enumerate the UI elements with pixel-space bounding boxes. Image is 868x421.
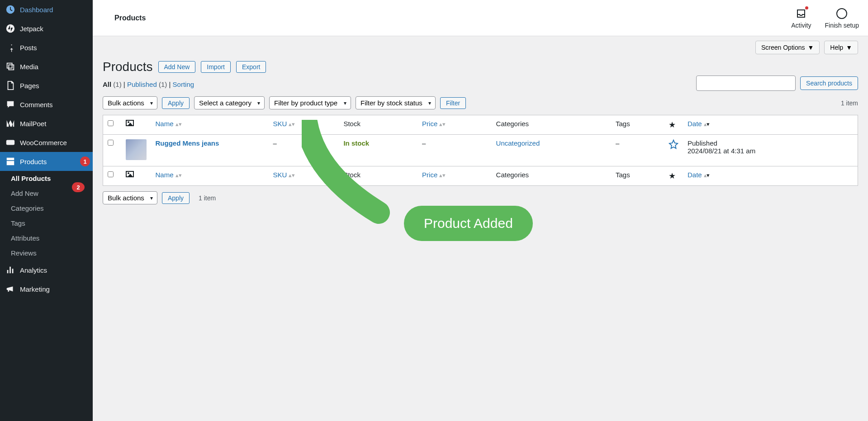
bulk-actions-select-bottom[interactable]: Bulk actions	[103, 191, 157, 204]
filter-all[interactable]: All	[103, 80, 111, 88]
screen-options-tab[interactable]: Screen Options ▼	[755, 41, 820, 54]
main: Products Activity Finish setup Screen Op…	[93, 0, 868, 421]
filter-sorting[interactable]: Sorting	[173, 80, 194, 88]
sidebar-item-posts[interactable]: Posts	[0, 38, 93, 57]
col-price[interactable]: Price	[422, 171, 437, 179]
col-date[interactable]: Date	[688, 120, 702, 128]
toolbar: Bulk actions Apply Select a category Fil…	[93, 96, 868, 115]
select-all-checkbox[interactable]	[108, 120, 114, 126]
item-count-bottom: 1 item	[199, 194, 216, 202]
add-new-button[interactable]: Add New	[158, 61, 196, 73]
filter-all-count: (1)	[113, 80, 121, 88]
content: Screen Options ▼ Help ▼ Products Add New…	[93, 36, 868, 421]
sidebar: Dashboard Jetpack Posts Media Pages Comm…	[0, 0, 93, 421]
filter-published-count: (1)	[159, 80, 167, 88]
sidebar-item-jetpack[interactable]: Jetpack	[0, 19, 93, 38]
topbar-title: Products	[102, 14, 791, 22]
submenu-categories[interactable]: Categories	[0, 201, 93, 216]
featured-star-toggle[interactable]	[669, 143, 678, 151]
item-count: 1 item	[841, 99, 858, 107]
submenu-attributes[interactable]: Attributes	[0, 231, 93, 246]
circle-icon	[835, 7, 848, 20]
submenu-tags[interactable]: Tags	[0, 216, 93, 231]
cell-price: –	[417, 135, 491, 166]
sidebar-item-label: Dashboard	[20, 6, 53, 14]
sidebar-item-marketing[interactable]: Marketing	[0, 279, 93, 298]
sidebar-item-label: Analytics	[20, 266, 47, 274]
sidebar-item-dashboard[interactable]: Dashboard	[0, 0, 93, 19]
sidebar-item-label: Posts	[20, 44, 37, 52]
filter-button[interactable]: Filter	[440, 97, 466, 109]
product-type-select[interactable]: Filter by product type	[269, 96, 351, 109]
sort-icon: ▴▾	[175, 172, 182, 179]
col-name[interactable]: Name	[156, 120, 174, 128]
col-stock: Stock	[343, 171, 360, 179]
comments-icon	[5, 99, 15, 109]
sidebar-item-label: Media	[20, 63, 38, 71]
sidebar-item-mailpoet[interactable]: MailPoet	[0, 114, 93, 133]
stock-status-select[interactable]: Filter by stock status	[356, 96, 436, 109]
product-thumbnail[interactable]	[126, 139, 147, 160]
svg-rect-1	[6, 140, 14, 145]
sidebar-item-label: Products	[20, 158, 47, 166]
cell-sku: –	[269, 135, 339, 166]
sidebar-item-pages[interactable]: Pages	[0, 76, 93, 95]
sidebar-item-media[interactable]: Media	[0, 57, 93, 76]
cell-date-status: Published	[688, 139, 853, 147]
activity-label: Activity	[791, 22, 811, 29]
product-name-link[interactable]: Rugged Mens jeans	[156, 139, 219, 147]
cell-category-link[interactable]: Uncategorized	[496, 139, 540, 147]
submenu-label: Tags	[11, 219, 25, 227]
sort-icon: ▴▾	[289, 121, 295, 128]
submenu-label: All Products	[11, 175, 51, 182]
bulk-actions-select[interactable]: Bulk actions	[103, 96, 157, 109]
star-icon: ★	[669, 120, 676, 129]
search-input[interactable]	[696, 76, 796, 91]
col-sku[interactable]: SKU	[273, 120, 287, 128]
activity-button[interactable]: Activity	[791, 7, 811, 29]
filter-published[interactable]: Published	[127, 80, 157, 88]
export-button[interactable]: Export	[236, 61, 266, 73]
sort-icon: ▴	[704, 121, 710, 128]
import-button[interactable]: Import	[201, 61, 231, 73]
sidebar-item-analytics[interactable]: Analytics	[0, 260, 93, 279]
col-tags: Tags	[616, 171, 630, 179]
col-categories: Categories	[496, 120, 529, 128]
category-select[interactable]: Select a category	[194, 96, 265, 109]
table-row: Rugged Mens jeans – In stock – Uncategor…	[103, 135, 858, 166]
submenu-add-new[interactable]: Add New	[0, 186, 93, 201]
sort-icon: ▴	[704, 172, 710, 179]
image-icon	[126, 171, 134, 177]
analytics-icon	[5, 265, 15, 275]
pin-icon	[5, 43, 15, 52]
sidebar-item-label: Pages	[20, 82, 39, 90]
submenu-all-products[interactable]: All Products 2	[0, 171, 93, 186]
badge: 1	[80, 156, 90, 166]
cell-stock: In stock	[343, 139, 369, 147]
sidebar-item-woocommerce[interactable]: WooCommerce	[0, 133, 93, 152]
page-title: Products	[103, 60, 153, 74]
row-checkbox[interactable]	[108, 140, 114, 146]
col-sku[interactable]: SKU	[273, 171, 287, 179]
col-date[interactable]: Date	[688, 171, 702, 179]
sort-icon: ▴▾	[439, 172, 446, 179]
col-price[interactable]: Price	[422, 120, 437, 128]
submenu-reviews[interactable]: Reviews	[0, 246, 93, 260]
submenu-label: Attributes	[11, 234, 39, 242]
col-name[interactable]: Name	[156, 171, 174, 179]
finish-label: Finish setup	[825, 22, 859, 29]
select-all-checkbox-footer[interactable]	[108, 171, 114, 177]
apply-button[interactable]: Apply	[162, 97, 190, 109]
col-categories: Categories	[496, 171, 529, 179]
sidebar-item-products[interactable]: Products 1	[0, 152, 93, 171]
help-tab[interactable]: Help ▼	[824, 41, 858, 54]
star-icon: ★	[669, 171, 676, 180]
finish-setup-button[interactable]: Finish setup	[825, 7, 859, 29]
products-icon	[5, 156, 15, 166]
dashboard-icon	[5, 5, 15, 14]
search-button[interactable]: Search products	[800, 76, 858, 90]
sidebar-item-comments[interactable]: Comments	[0, 95, 93, 114]
sidebar-item-label: WooCommerce	[20, 139, 67, 147]
submenu-label: Add New	[11, 189, 38, 197]
apply-button-bottom[interactable]: Apply	[162, 192, 190, 204]
